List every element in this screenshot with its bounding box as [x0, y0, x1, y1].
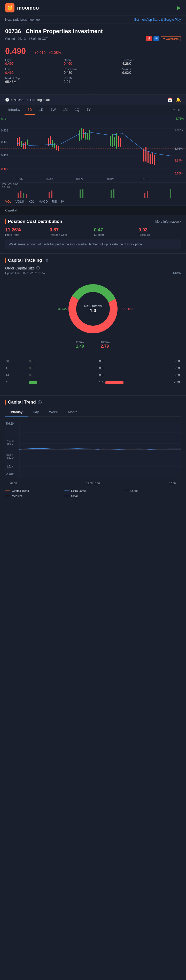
svg-rect-58	[110, 190, 112, 198]
profit-ratio-label: Profit Ratio	[5, 233, 47, 236]
stock-name: China Properties Investment	[26, 28, 103, 34]
play-icon[interactable]: ▶	[177, 5, 181, 11]
more-info-label: More Information	[155, 220, 179, 223]
interval-label[interactable]: 1m	[171, 108, 175, 112]
more-info-button[interactable]: More Information ›	[155, 220, 181, 223]
svg-rect-51	[20, 191, 21, 198]
info-icon[interactable]: i	[36, 266, 40, 270]
logo-icon: 🐱	[5, 3, 14, 13]
turnover-value: 4.28K	[122, 62, 181, 65]
svg-text:1.08%: 1.08%	[175, 147, 183, 150]
chart-settings-icon[interactable]: ⚙	[178, 108, 181, 112]
price-grid: High 0.495 Open 0.460 Turnover 4.28K Low…	[5, 59, 181, 84]
legend-large-label: Large	[131, 489, 138, 492]
svg-rect-28	[81, 128, 82, 140]
badge-hk[interactable]: 港	[146, 36, 152, 41]
row-outflow-val: 0.0	[162, 372, 181, 379]
badge-us[interactable]: 美	[153, 36, 159, 41]
support-item: 0.47 Support	[94, 227, 136, 236]
flow-summary: Inflow 1.49 Outflow 2.79	[76, 340, 110, 349]
svg-text:0.528: 0.528	[1, 118, 8, 121]
inflow-item: Inflow 1.49	[76, 340, 84, 349]
logo[interactable]: 🐱 moomoo	[5, 3, 39, 13]
svg-rect-31	[87, 133, 88, 140]
price-arrow-icon: ↑	[29, 50, 31, 55]
tab-1m[interactable]: 1M	[60, 105, 71, 115]
row-inflow-bar	[28, 379, 85, 386]
trend-tab-month[interactable]: Month	[63, 408, 82, 417]
support-label: Support	[94, 233, 136, 236]
share-icon[interactable]: ⬆	[46, 258, 49, 262]
position-cost-header: Position Cost Distribution More Informat…	[5, 219, 181, 224]
watchlist-button[interactable]: ♥ Watchlists	[161, 36, 181, 41]
stock-date: 07/13	[18, 37, 25, 41]
trend-tab-day[interactable]: Day	[28, 408, 44, 417]
indicator-iv[interactable]: IV	[61, 200, 64, 204]
y-label-5: -920.0	[6, 457, 18, 459]
trend-info-icon[interactable]: i	[38, 401, 42, 404]
indicator-rsi[interactable]: RSI	[52, 200, 57, 204]
capital-label: Capital	[5, 208, 17, 212]
pe-label: P/ETM	[64, 76, 123, 80]
indicator-volpct[interactable]: VOL%	[16, 200, 25, 204]
row-outflow-val: 2.79	[162, 379, 181, 386]
row-size: M	[5, 372, 20, 379]
open-value: 0.460	[64, 62, 123, 65]
svg-rect-38	[120, 138, 121, 147]
events-bar-left: 🕐 07/19/2021 Earnings Out	[5, 98, 50, 102]
tab-1y[interactable]: 1Y	[84, 105, 94, 115]
notification-icon[interactable]: 🔔	[176, 97, 181, 102]
outflow-item: Outflow 2.79	[99, 340, 110, 349]
trend-tab-week[interactable]: Week	[44, 408, 63, 417]
expand-icon[interactable]: ⌄	[5, 86, 181, 90]
svg-text:07/09: 07/09	[76, 178, 83, 181]
turnover-label: Turnover	[122, 59, 181, 62]
tab-intraday[interactable]: Intraday	[5, 105, 24, 115]
top-bar-right: ▶	[173, 5, 181, 11]
svg-text:07/12: 07/12	[107, 178, 113, 181]
tab-1d[interactable]: 1D	[36, 105, 47, 115]
main-chart[interactable]: 0.528 0.508 0.490 0.471 0.452 8.76% 4.90…	[0, 115, 186, 182]
inflow-label: Inflow	[76, 340, 84, 344]
indicator-macd[interactable]: MACD	[38, 200, 47, 204]
legend-medium-label: Medium	[12, 495, 22, 498]
promo-left: Next trade Let's moomoo	[5, 18, 40, 21]
mktcap-label: Market Cap	[5, 76, 64, 80]
promo-right[interactable]: Get it on App Store & Google Play	[134, 18, 181, 21]
svg-rect-50	[17, 192, 19, 198]
svg-rect-24	[54, 143, 55, 148]
trend-tab-intraday[interactable]: Intraday	[5, 408, 28, 417]
open-item: Open 0.460	[64, 59, 123, 65]
position-stats: 11.26% Profit Ratio 0.87 Average Cost 0.…	[5, 227, 181, 236]
overall-trend-line	[5, 490, 10, 491]
position-info-text: Weak areas, amount of funds trapped in t…	[9, 243, 142, 246]
tab-5d[interactable]: 5D	[25, 105, 35, 115]
legend-medium: Medium	[5, 495, 62, 498]
chevron-right-icon: ›	[180, 220, 181, 223]
svg-rect-22	[50, 136, 51, 144]
svg-rect-37	[118, 136, 119, 147]
pe-value: 2.04	[64, 80, 123, 84]
x-axis: 09:30 12:00/13:00 16:00	[5, 481, 181, 486]
chart-svg: 0.528 0.508 0.490 0.471 0.452 8.76% 4.90…	[0, 115, 186, 182]
legend-large: Large	[124, 489, 181, 492]
trend-chart[interactable]: 230.00 -460.0 -920.0 -1.61K 230.00 -460.…	[5, 421, 181, 478]
stock-header: 00736 China Properties Investment Closed…	[0, 24, 186, 46]
svg-rect-55	[51, 191, 52, 198]
indicator-vol[interactable]: VOL	[5, 200, 11, 204]
indicator-kdj[interactable]: KDJ	[29, 200, 35, 204]
row-outflow-bar	[104, 379, 162, 386]
row-divider: |	[20, 379, 28, 386]
stock-badges: 港 美 ♥ Watchlists	[146, 36, 181, 41]
calendar-icon[interactable]: 📅	[167, 97, 173, 102]
row-size: S	[5, 379, 20, 386]
high-item: High 0.495	[5, 59, 64, 65]
donut-value: 1.3	[84, 308, 102, 313]
svg-rect-52	[23, 193, 24, 198]
vol-section: VOL VOL0.0090.00K	[0, 182, 186, 198]
avg-cost-item: 0.87 Average Cost	[50, 227, 92, 236]
svg-rect-27	[79, 130, 80, 141]
tab-1q[interactable]: 1Q	[72, 105, 82, 115]
tab-1w[interactable]: 1W	[47, 105, 59, 115]
chart-section: Intraday 5D 1D 1W 1M 1Q 1Y 1m ⚙ 0.528 0.…	[0, 105, 186, 206]
